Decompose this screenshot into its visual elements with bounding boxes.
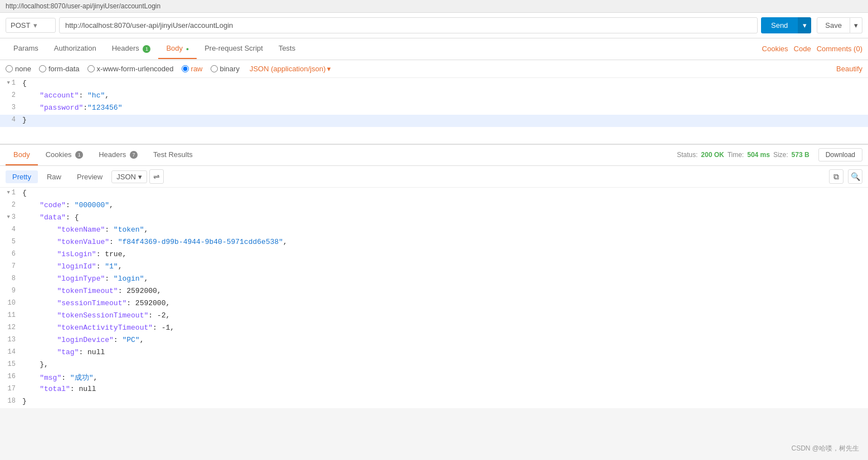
body-dot: ● (186, 46, 189, 52)
response-code-editor: ▼1 { 2 "code": "000000", ▼3 "data": { 4 … (0, 188, 868, 408)
format-label: JSON (116, 173, 136, 181)
fold-arrow-icon[interactable]: ▼ (7, 80, 9, 86)
raw-button[interactable]: Raw (40, 170, 68, 183)
res-line-12: 12 "tokenActivityTimeout": -1, (0, 322, 868, 335)
download-button[interactable]: Download (818, 148, 862, 162)
res-fold-icon-1[interactable]: ▼ (7, 190, 9, 195)
tab-params[interactable]: Params (6, 38, 46, 59)
response-headers-badge: 7 (130, 151, 138, 159)
res-line-3: ▼3 "data": { (0, 212, 868, 224)
json-type-label: JSON (application/json) (250, 65, 326, 73)
res-line-8: 8 "loginType": "login", (0, 273, 868, 286)
wrap-icon: ⇌ (153, 172, 160, 181)
headers-badge: 1 (143, 45, 150, 53)
tab-authorization[interactable]: Authorization (46, 38, 104, 59)
response-format-bar: Pretty Raw Preview JSON ▾ ⇌ ⧉ 🔍 (0, 166, 868, 188)
save-button[interactable]: Save (817, 17, 850, 33)
size-label: Size: (773, 151, 788, 159)
res-line-16: 16 "msg": "成功", (0, 371, 868, 384)
copy-icon: ⧉ (833, 172, 839, 182)
response-tab-test-results[interactable]: Test Results (145, 145, 201, 165)
tab-headers[interactable]: Headers 1 (104, 38, 159, 60)
req-line-1: ▼1 { (0, 78, 868, 90)
method-select[interactable]: POST ▾ (6, 18, 56, 33)
time-value: 504 ms (747, 151, 770, 159)
res-line-4: 4 "tokenName": "token", (0, 224, 868, 237)
search-icon: 🔍 (851, 172, 860, 181)
preview-button[interactable]: Preview (70, 170, 109, 183)
res-line-6: 6 "isLogin": true, (0, 249, 868, 261)
send-button[interactable]: Send (761, 17, 798, 33)
res-line-5: 5 "tokenValue": "f84f4369-d99b-4944-9b40… (0, 237, 868, 249)
pretty-button[interactable]: Pretty (6, 170, 38, 183)
req-line-2: 2 "account": "hc", (0, 90, 868, 102)
res-line-18: 18 } (0, 396, 868, 408)
cookies-link[interactable]: Cookies (762, 45, 788, 53)
tab-pre-request[interactable]: Pre-request Script (197, 38, 271, 59)
title-bar: http://localhost:8070/user-api/jinyiUser… (0, 0, 868, 13)
res-line-13: 13 "loginDevice": "PC", (0, 335, 868, 347)
comments-link[interactable]: Comments (0) (817, 45, 862, 53)
tab-tests[interactable]: Tests (271, 38, 303, 59)
cookies-badge: 1 (75, 151, 83, 159)
time-label: Time: (728, 151, 744, 159)
req-line-3: 3 "password":"123456" (0, 102, 868, 115)
method-label: POST (11, 21, 30, 30)
beautify-button[interactable]: Beautify (836, 65, 862, 73)
json-type-select[interactable]: JSON (application/json) ▾ (250, 65, 331, 73)
status-value: 200 OK (701, 151, 724, 159)
right-tabs: Cookies Code Comments (0) (762, 45, 862, 53)
request-tabs-bar: Params Authorization Headers 1 Body ● Pr… (0, 38, 868, 60)
search-button[interactable]: 🔍 (848, 169, 862, 184)
res-line-17: 17 "total": null (0, 384, 868, 396)
json-type-arrow-icon: ▾ (327, 65, 331, 73)
url-input[interactable] (59, 17, 758, 33)
res-line-7: 7 "loginId": "1", (0, 261, 868, 273)
code-link[interactable]: Code (794, 45, 811, 53)
copy-button[interactable]: ⧉ (829, 169, 843, 184)
radio-none[interactable]: none (6, 65, 31, 73)
response-tabs-bar: Body Cookies 1 Headers 7 Test Results St… (0, 145, 868, 167)
res-line-15: 15 }, (0, 359, 868, 371)
tab-body[interactable]: Body ● (158, 38, 197, 59)
radio-form-data[interactable]: form-data (39, 65, 80, 73)
response-tab-headers[interactable]: Headers 7 (91, 145, 145, 166)
res-line-10: 10 "sessionTimeout": 2592000, (0, 298, 868, 310)
res-line-11: 11 "tokenSessionTimeout": -2, (0, 310, 868, 322)
radio-binary[interactable]: binary (211, 65, 240, 73)
res-line-1: ▼1 { (0, 188, 868, 200)
res-line-9: 9 "tokenTimeout": 2592000, (0, 286, 868, 298)
radio-urlencoded[interactable]: x-www-form-urlencoded (87, 65, 174, 73)
res-fold-icon-3[interactable]: ▼ (7, 214, 9, 220)
body-type-bar: none form-data x-www-form-urlencoded raw… (0, 60, 868, 78)
wrap-button[interactable]: ⇌ (149, 169, 164, 184)
send-dropdown-button[interactable]: ▾ (798, 17, 811, 33)
save-dropdown-button[interactable]: ▾ (850, 17, 862, 33)
res-line-2: 2 "code": "000000", (0, 200, 868, 212)
response-section: Body Cookies 1 Headers 7 Test Results St… (0, 145, 868, 409)
status-label: Status: (677, 151, 698, 159)
title-url: http://localhost:8070/user-api/jinyiUser… (6, 2, 160, 10)
response-icons: ⧉ 🔍 (829, 169, 862, 184)
url-bar: POST ▾ Send ▾ Save ▾ (0, 13, 868, 38)
response-format-select[interactable]: JSON ▾ (111, 170, 147, 183)
response-tab-cookies[interactable]: Cookies 1 (38, 145, 91, 166)
req-line-4: 4 } (0, 115, 868, 127)
method-arrow-icon: ▾ (33, 21, 37, 30)
radio-raw[interactable]: raw (182, 65, 203, 73)
format-arrow-icon: ▾ (138, 173, 142, 181)
response-meta: Status: 200 OK Time: 504 ms Size: 573 B … (677, 148, 862, 162)
res-line-14: 14 "tag": null (0, 347, 868, 359)
size-value: 573 B (792, 151, 810, 159)
response-tab-body[interactable]: Body (6, 145, 38, 165)
request-code-editor[interactable]: ▼1 { 2 "account": "hc", 3 "password":"12… (0, 78, 868, 145)
